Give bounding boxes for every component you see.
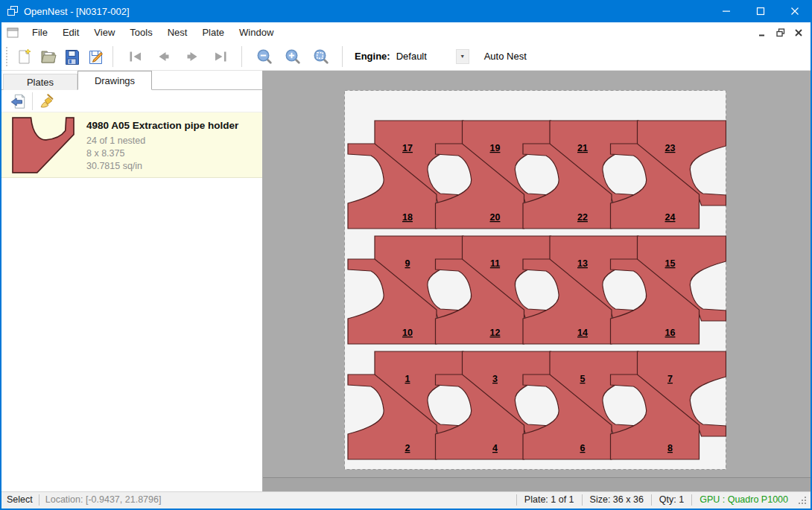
window-title: OpenNest - [N0317-002] (24, 6, 130, 17)
import-drawing-icon (10, 93, 26, 109)
engine-select[interactable]: Default (396, 51, 454, 62)
part-label-13: 13 (577, 258, 588, 269)
save-icon (63, 48, 81, 66)
nav-prev-button[interactable] (152, 45, 176, 68)
menu-items: FileEditViewToolsNestPlateWindow (25, 24, 281, 41)
save-as-icon (87, 48, 105, 66)
part-label-3: 3 (492, 374, 498, 384)
new-file-icon (16, 48, 34, 66)
panel-tabs: Plates Drawings (1, 71, 262, 90)
drawings-toolbar (1, 90, 262, 112)
mdi-minimize-button[interactable] (757, 28, 769, 38)
part-label-7: 7 (667, 374, 673, 384)
menu-file[interactable]: File (25, 24, 55, 41)
menu-tools[interactable]: Tools (122, 24, 159, 41)
plate[interactable]: 171819202122232491011121314151612345678 (344, 90, 726, 470)
clean-broom-button[interactable] (37, 91, 57, 112)
menu-nest[interactable]: Nest (160, 24, 195, 41)
part-label-1: 1 (405, 374, 410, 384)
nav-first-button[interactable] (124, 45, 148, 68)
part-label-6: 6 (580, 443, 586, 453)
engine-dropdown-arrow[interactable]: ▼ (456, 49, 469, 64)
save-as-button[interactable] (84, 45, 108, 68)
drawing-thumbnail (7, 117, 79, 173)
window-controls (709, 0, 812, 22)
part-label-24: 24 (665, 212, 676, 223)
part-label-18: 18 (402, 212, 413, 223)
status-bar: Select Location: [-0.9437, 21.8796] Plat… (0, 491, 812, 509)
part-label-16: 16 (665, 328, 676, 338)
open-folder-button[interactable] (37, 45, 60, 68)
part-label-4: 4 (492, 443, 498, 453)
drawing-dimensions: 8 x 8.375 (86, 147, 238, 160)
zoom-in-button[interactable] (281, 45, 305, 68)
horizontal-scrollbar[interactable] (263, 477, 811, 491)
tab-plates[interactable]: Plates (3, 74, 77, 90)
drawing-title: 4980 A05 Extraction pipe holder (86, 120, 238, 131)
win-close-button[interactable] (778, 0, 812, 22)
engine-label: Engine: (355, 51, 390, 62)
new-file-button[interactable] (13, 45, 37, 68)
toolbar-separator (241, 46, 242, 67)
open-folder-icon (39, 48, 57, 66)
zoom-out-button[interactable] (253, 45, 276, 68)
main-toolbar: Engine: Default ▼ Auto Nest (1, 42, 811, 71)
mdi-document-icon (7, 28, 19, 38)
part-label-20: 20 (490, 212, 501, 223)
win-minimize-button[interactable] (709, 0, 743, 22)
toolbar-separator (112, 46, 113, 67)
part-label-8: 8 (667, 443, 673, 453)
zoom-fit-icon (312, 48, 330, 66)
auto-nest-button[interactable]: Auto Nest (480, 48, 531, 65)
win-maximize-button[interactable] (743, 0, 778, 22)
menu-window[interactable]: Window (232, 24, 281, 41)
part-label-19: 19 (490, 143, 501, 153)
clean-broom-icon (39, 93, 55, 109)
part-label-10: 10 (402, 328, 413, 338)
menu-bar: FileEditViewToolsNestPlateWindow (1, 22, 811, 42)
mdi-close-button[interactable] (793, 28, 805, 38)
drawing-part-shape (13, 118, 74, 173)
menu-view[interactable]: View (86, 24, 122, 41)
status-gpu: GPU : Quadro P1000 (698, 494, 790, 505)
mdi-restore-button[interactable] (775, 28, 787, 38)
mdi-window-controls (757, 28, 811, 38)
part-label-9: 9 (405, 258, 410, 269)
part-label-2: 2 (405, 443, 410, 453)
status-plate: Plate: 1 of 1 (523, 494, 576, 505)
toolbar-separator (32, 92, 33, 110)
win-minimize-icon (722, 7, 731, 16)
nav-next-button[interactable] (180, 45, 204, 68)
nav-last-button[interactable] (209, 45, 232, 68)
drawing-area: 30.7815 sq/in (86, 160, 238, 173)
tab-drawings[interactable]: Drawings (77, 71, 152, 90)
win-close-icon (790, 7, 799, 16)
drawing-list-item[interactable]: 4980 A05 Extraction pipe holder 24 of 1 … (1, 112, 262, 178)
part-label-5: 5 (580, 374, 586, 384)
resize-grip[interactable] (797, 495, 808, 506)
part-label-22: 22 (577, 212, 588, 223)
save-button[interactable] (60, 45, 84, 68)
part-label-23: 23 (665, 143, 676, 153)
side-panel: Plates Drawings 4980 A05 Extraction pipe… (1, 71, 263, 491)
toolbar-grip[interactable] (6, 47, 8, 66)
import-drawing-button[interactable] (7, 91, 28, 112)
nest-canvas[interactable]: 171819202122232491011121314151612345678 (263, 71, 811, 491)
menu-edit[interactable]: Edit (55, 24, 86, 41)
mdi-minimize-icon (758, 28, 767, 37)
mdi-close-icon (794, 28, 803, 37)
nav-first-icon (127, 48, 145, 66)
nav-prev-icon (155, 48, 173, 66)
part-label-15: 15 (665, 258, 676, 269)
nav-last-icon (212, 48, 229, 66)
toolbar-separator (342, 46, 343, 67)
part-label-17: 17 (402, 143, 413, 153)
drawing-nested-count: 24 of 1 nested (86, 135, 238, 147)
part-label-12: 12 (490, 328, 501, 338)
nav-next-icon (183, 48, 201, 66)
win-maximize-icon (756, 7, 765, 16)
status-qty: Qty: 1 (658, 494, 685, 505)
zoom-fit-button[interactable] (309, 45, 333, 68)
menu-plate[interactable]: Plate (194, 24, 232, 41)
mdi-restore-icon (776, 28, 785, 37)
